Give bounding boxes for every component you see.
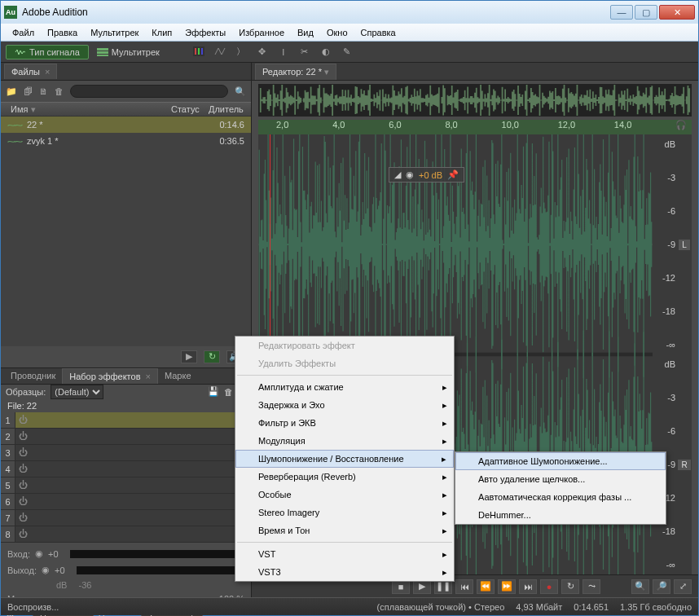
menu-item[interactable]: Особые▸ — [235, 486, 454, 504]
zoom-full-icon[interactable]: ⤢ — [674, 579, 692, 594]
menu-item[interactable]: Амплитуда и сжатие▸ — [235, 378, 454, 396]
effect-slot[interactable]: 6⏻▸ — [1, 494, 251, 510]
effect-slot[interactable]: 4⏻▸ — [1, 461, 251, 477]
new-file-icon[interactable]: 🗎 — [39, 86, 48, 96]
minimize-button[interactable]: — — [610, 5, 633, 20]
hud-db-value[interactable]: +0 dB — [419, 170, 442, 180]
submenu-item[interactable]: DeHummer... — [455, 506, 666, 524]
menu-help[interactable]: Справка — [354, 26, 402, 39]
menu-view[interactable]: Вид — [291, 26, 320, 39]
menu-multitrack[interactable]: Мультитрек — [84, 26, 145, 39]
save-preset-icon[interactable]: 💾 — [208, 386, 219, 397]
output-knob-icon[interactable]: ◉ — [42, 565, 50, 575]
tool-move-icon[interactable]: ✥ — [256, 46, 269, 57]
rewind-button[interactable]: ⏪ — [477, 579, 495, 594]
close-icon[interactable]: × — [45, 67, 50, 77]
power-icon[interactable]: ⏻ — [15, 480, 30, 490]
menu-favorites[interactable]: Избранное — [232, 26, 291, 39]
maximize-button[interactable]: ▢ — [635, 5, 657, 20]
power-icon[interactable]: ⏻ — [15, 496, 30, 506]
menu-item[interactable]: Реверберация (Reverb)▸ — [235, 468, 454, 486]
tab-effects-rack[interactable]: Набор эффектов× — [62, 368, 158, 384]
volume-hud[interactable]: ◢ ◉ +0 dB 📌 — [389, 167, 464, 183]
col-status[interactable]: Статус — [168, 104, 205, 114]
submenu-item[interactable]: Адаптивное Шумопонижение... — [455, 452, 666, 470]
record-button[interactable]: ● — [540, 579, 558, 594]
effect-slot[interactable]: 1⏻▸ — [1, 412, 251, 429]
search-input[interactable] — [70, 85, 228, 98]
menu-item[interactable]: VST▸ — [235, 545, 454, 563]
power-icon[interactable]: ⏻ — [15, 447, 30, 457]
loop-playback-button[interactable]: ↻ — [561, 579, 579, 594]
col-length[interactable]: Длитель — [205, 104, 244, 114]
zoom-out-icon[interactable]: 🔎 — [653, 579, 670, 594]
menu-item[interactable]: Stereo Imagery▸ — [235, 504, 454, 521]
close-button[interactable]: ✕ — [659, 5, 695, 20]
zoom-in-icon[interactable]: 🔍 — [631, 579, 649, 594]
power-icon[interactable]: ⏻ — [15, 431, 30, 441]
channel-left-badge[interactable]: L — [679, 240, 690, 250]
input-knob-icon[interactable]: ◉ — [35, 548, 43, 559]
power-icon[interactable]: ⏻ — [15, 464, 30, 473]
tool-brush-icon[interactable]: ✎ — [341, 46, 354, 57]
loop-button[interactable]: ↻ — [204, 350, 220, 363]
menu-item[interactable]: Время и Тон▸ — [235, 521, 454, 539]
preset-select[interactable]: (Default) — [51, 385, 103, 399]
tool-text-cursor-icon[interactable]: I — [277, 47, 290, 57]
menu-item[interactable]: Шумопонижение / Восстановление▸ — [235, 450, 454, 468]
menu-clip[interactable]: Клип — [145, 26, 178, 39]
mode-multitrack[interactable]: Мультитрек — [89, 46, 168, 59]
col-name[interactable]: Имя ▾ — [7, 104, 168, 115]
tab-editor[interactable]: Редактор: 22 * ▾ — [255, 64, 336, 80]
import-icon[interactable]: 🗐 — [24, 86, 33, 96]
close-icon[interactable]: × — [146, 372, 151, 381]
time-ruler[interactable]: 2,04,06,08,010,012,014,0 🎧 — [258, 120, 692, 134]
effect-slot[interactable]: 8⏻▸ — [1, 526, 251, 543]
power-icon[interactable]: ⏻ — [15, 513, 30, 522]
tool-pitch-icon[interactable] — [213, 46, 226, 58]
menu-item[interactable]: VST3▸ — [235, 563, 454, 581]
submenu-item[interactable]: Авто удаление щелчков... — [455, 470, 666, 488]
menu-item[interactable]: Фильтр и ЭКВ▸ — [235, 414, 454, 432]
skip-selection-button[interactable]: ⤳ — [582, 579, 600, 594]
tool-spectral-icon[interactable] — [192, 46, 205, 58]
tool-razor-icon[interactable]: ✂ — [298, 46, 311, 57]
effect-slot[interactable]: 7⏻▸ — [1, 510, 251, 526]
effect-slot[interactable]: 2⏻▸ — [1, 429, 251, 445]
tab-markers[interactable]: Марке — [158, 368, 198, 383]
chevron-right-icon: ▸ — [442, 418, 447, 429]
menu-file[interactable]: Файл — [6, 26, 41, 39]
menu-item[interactable]: Задержка и Эхо▸ — [235, 396, 454, 414]
overview-waveform[interactable] — [258, 84, 692, 117]
submenu-item[interactable]: Аавтоматическая коррекция фазы ... — [455, 488, 666, 506]
play-button[interactable]: ▶ — [181, 350, 197, 363]
trash-icon[interactable]: 🗑 — [55, 86, 64, 96]
search-icon[interactable]: 🔍 — [235, 86, 246, 97]
effect-slot[interactable]: 5⏻▸ — [1, 477, 251, 494]
channel-right-badge[interactable]: R — [678, 460, 690, 470]
skip-start-button[interactable]: ⏮ — [455, 579, 473, 594]
output-gain[interactable]: +0 — [55, 565, 65, 575]
power-icon[interactable]: ⏻ — [15, 529, 30, 539]
tool-cursor-icon[interactable]: 〉 — [235, 46, 248, 58]
menu-item[interactable]: Модуляция▸ — [235, 432, 454, 450]
menu-edit[interactable]: Правка — [41, 26, 84, 39]
tab-explorer[interactable]: Проводник — [4, 368, 62, 383]
headphones-icon[interactable]: 🎧 — [669, 120, 692, 134]
skip-end-button[interactable]: ⏭ — [519, 579, 537, 594]
input-gain[interactable]: +0 — [48, 549, 59, 559]
menu-window[interactable]: Окно — [320, 26, 354, 39]
mode-waveform[interactable]: Тип сигнала — [6, 45, 89, 59]
file-row[interactable]: ⁓⁓ zvyk 1 * 0:36.5 — [1, 133, 251, 149]
power-icon[interactable]: ⏻ — [15, 415, 30, 425]
knob-icon[interactable]: ◉ — [406, 169, 414, 180]
pin-icon[interactable]: 📌 — [447, 169, 459, 180]
effect-slot[interactable]: 3⏻▸ — [1, 445, 251, 461]
forward-button[interactable]: ⏩ — [498, 579, 516, 594]
open-folder-icon[interactable]: 📁 — [6, 86, 17, 97]
file-row[interactable]: ⁓⁓ 22 * 0:14.6 — [1, 117, 251, 133]
tab-files[interactable]: Файлы× — [4, 64, 57, 79]
delete-preset-icon[interactable]: 🗑 — [224, 387, 233, 397]
tool-heal-icon[interactable]: ◐ — [319, 46, 332, 57]
menu-effects[interactable]: Эффекты — [178, 26, 232, 39]
